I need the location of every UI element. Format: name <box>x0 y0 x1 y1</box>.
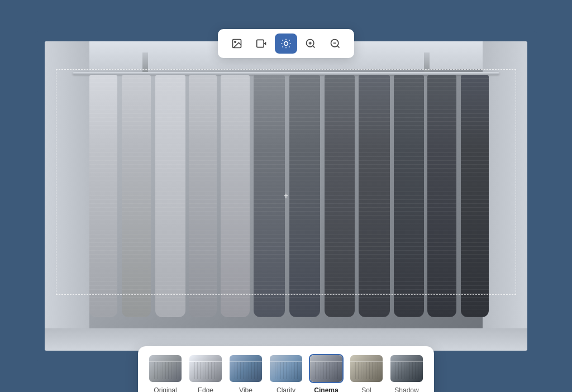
svg-line-18 <box>337 46 340 48</box>
filter-item-vibe[interactable]: Vibe <box>228 354 263 392</box>
video-icon <box>256 38 267 49</box>
image-icon <box>231 38 242 49</box>
effects-button[interactable] <box>275 34 297 54</box>
filter-label-vibe: Vibe <box>239 386 252 392</box>
garment-2 <box>122 75 151 317</box>
garment-8 <box>325 75 355 317</box>
rack-support-left <box>142 52 148 74</box>
filter-item-original[interactable]: Original <box>148 354 183 392</box>
garment-5 <box>221 75 250 317</box>
filter-item-clarity[interactable]: Clarity <box>269 354 303 392</box>
wall-right <box>483 41 527 351</box>
garment-1 <box>89 75 117 317</box>
svg-line-11 <box>289 40 289 41</box>
filter-label-clarity: Clarity <box>277 386 295 392</box>
image-button[interactable] <box>226 34 248 54</box>
toolbar <box>218 29 354 58</box>
effects-icon <box>280 38 292 49</box>
svg-rect-2 <box>257 40 264 47</box>
filter-label-original: Original <box>154 386 177 392</box>
filter-item-shadow[interactable]: Shadow <box>389 354 424 392</box>
video-button[interactable] <box>250 34 273 54</box>
outer-frame: + <box>35 31 537 361</box>
garment-10 <box>394 75 424 317</box>
clothing-image: + <box>45 41 527 351</box>
rack-support-right <box>424 52 430 74</box>
filter-item-cinema[interactable]: Cinema <box>309 354 344 392</box>
svg-line-14 <box>313 46 315 48</box>
garment-7 <box>289 75 320 317</box>
svg-line-7 <box>289 46 289 47</box>
garment-9 <box>359 75 390 317</box>
zoom-out-button[interactable] <box>324 34 346 54</box>
garment-4 <box>189 75 217 317</box>
wall-left <box>45 41 89 351</box>
svg-line-6 <box>283 40 283 41</box>
svg-line-10 <box>283 46 283 47</box>
image-container: + <box>45 41 527 351</box>
filter-label-shadow: Shadow <box>394 386 418 392</box>
zoom-in-icon <box>305 38 316 49</box>
garment-11 <box>427 75 456 317</box>
filter-label-edge: Edge <box>198 386 213 392</box>
filter-item-sol[interactable]: Sol <box>349 354 384 392</box>
filter-label-cinema: Cinema <box>314 386 338 392</box>
zoom-out-icon <box>330 38 341 49</box>
garment-12 <box>461 75 489 317</box>
svg-point-1 <box>235 41 236 43</box>
garment-3 <box>155 75 185 317</box>
svg-point-12 <box>284 42 288 46</box>
filter-label-sol: Sol <box>361 386 371 392</box>
zoom-in-button[interactable] <box>299 34 322 54</box>
garment-6 <box>254 75 285 317</box>
filter-item-edge[interactable]: Edge <box>188 354 223 392</box>
filter-panel: Original Edge Vibe Clarity <box>138 346 434 392</box>
